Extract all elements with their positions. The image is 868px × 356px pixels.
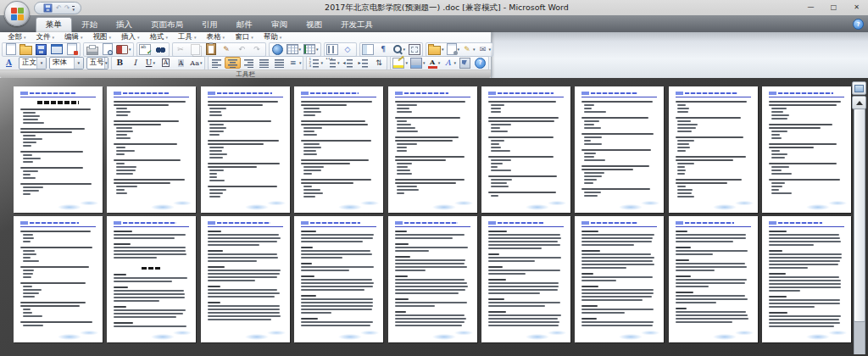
page-thumbnail[interactable] <box>481 86 570 213</box>
decrease-indent-button[interactable] <box>341 57 355 69</box>
tab-review[interactable]: 审阅 <box>262 18 297 32</box>
tab-insert[interactable]: 插入 <box>107 18 142 32</box>
tab-mailings[interactable]: 邮件 <box>227 18 262 32</box>
highlighter-pen-button[interactable]: ✎▾ <box>461 43 476 55</box>
open-folder-button[interactable]: ▾ <box>427 43 445 55</box>
menu-item-view[interactable]: 视图▾ <box>88 32 117 42</box>
highlight-button[interactable]: ▾ <box>392 57 409 69</box>
print-preview-button[interactable] <box>100 43 114 55</box>
insert-table-button[interactable]: ▾ <box>286 43 303 55</box>
menu-item-help[interactable]: 帮助▾ <box>259 32 287 42</box>
align-left-button[interactable] <box>209 57 224 69</box>
fullscreen-button[interactable] <box>407 43 421 55</box>
character-effect-button[interactable]: A▾ <box>442 57 457 69</box>
styles-button[interactable]: A <box>2 57 16 69</box>
undo-button[interactable]: ↶ <box>56 4 62 12</box>
page-thumbnail[interactable] <box>107 216 196 342</box>
email-button[interactable] <box>49 43 64 55</box>
character-shading-button[interactable]: A <box>174 57 188 69</box>
menu-item-edit[interactable]: 编辑▾ <box>59 32 88 42</box>
envelope-button[interactable]: ✉▾ <box>477 43 492 55</box>
underline-button[interactable]: U▾ <box>143 57 158 69</box>
page-thumbnail[interactable] <box>388 216 477 342</box>
show-marks-button[interactable]: ¶ <box>376 43 391 55</box>
copy-button[interactable] <box>189 43 203 55</box>
page-thumbnail[interactable] <box>14 216 103 342</box>
scrollbar-track[interactable] <box>854 108 865 354</box>
save-button[interactable] <box>34 43 48 55</box>
new-document-button[interactable] <box>3 43 18 55</box>
document-map-button[interactable] <box>361 43 376 55</box>
redo-button[interactable]: ↷ <box>250 43 264 55</box>
page-thumbnail[interactable] <box>575 216 664 342</box>
italic-button[interactable]: I <box>128 57 142 69</box>
columns-button[interactable] <box>326 43 340 55</box>
open-button[interactable] <box>19 43 33 55</box>
tab-developer[interactable]: 开发工具 <box>331 18 382 32</box>
style-combo[interactable]: 正文▾ <box>19 57 47 70</box>
align-right-button[interactable] <box>242 57 256 69</box>
page-thumbnail[interactable] <box>669 216 758 342</box>
menu-item-window[interactable]: 窗口▾ <box>230 32 259 42</box>
tab-home[interactable]: 开始 <box>72 18 107 32</box>
sort-button[interactable]: ⇅ <box>371 57 386 69</box>
hyperlink-button[interactable] <box>270 43 285 55</box>
font-combo[interactable]: 宋体▾ <box>49 57 84 70</box>
page-thumbnail[interactable] <box>388 86 477 213</box>
menu-item-table[interactable]: 表格▾ <box>202 32 231 42</box>
tab-view[interactable]: 视图 <box>297 18 331 32</box>
font-color-button[interactable]: ▾ <box>426 57 441 69</box>
asian-layout-button[interactable] <box>458 57 472 69</box>
bullets-button[interactable]: ▾ <box>325 57 341 69</box>
align-center-button[interactable] <box>225 57 241 69</box>
character-border-button[interactable]: A <box>159 57 173 69</box>
cut-button[interactable]: ✂ <box>174 43 188 55</box>
page-thumbnail[interactable] <box>294 216 383 342</box>
drawing-button[interactable]: ◇ <box>341 43 355 55</box>
page-thumbnail[interactable] <box>201 86 290 213</box>
tab-page-layout[interactable]: 页面布局 <box>142 18 192 32</box>
spelling-button[interactable] <box>138 43 153 55</box>
customize-quick-access-button[interactable]: ▾ <box>72 6 75 11</box>
page-thumbnail[interactable] <box>14 86 103 213</box>
page-thumbnail[interactable] <box>201 216 290 342</box>
page-thumbnail[interactable] <box>107 86 196 213</box>
distribute-button[interactable] <box>272 57 287 69</box>
minimize-button[interactable]: — <box>799 0 822 14</box>
page-thumbnail[interactable] <box>575 86 664 213</box>
page-thumbnail[interactable] <box>294 86 383 213</box>
numbering-button[interactable]: ▾ <box>308 57 324 69</box>
maximize-button[interactable]: □ <box>822 0 845 14</box>
menu-item-file[interactable]: 文件▾ <box>31 32 60 42</box>
print-button[interactable] <box>85 43 99 55</box>
save-button[interactable] <box>42 3 53 14</box>
view-ruler-button[interactable] <box>852 81 866 95</box>
format-painter-button[interactable]: ✎ <box>220 43 234 55</box>
redo-button[interactable]: ↷ <box>64 4 70 12</box>
word-help-button[interactable]: ? <box>473 57 487 69</box>
page-thumbnail[interactable] <box>762 86 851 213</box>
research-button[interactable]: ▾ <box>115 43 132 55</box>
increase-indent-button[interactable] <box>356 57 370 69</box>
office-button[interactable] <box>4 1 30 26</box>
justify-button[interactable] <box>257 57 271 69</box>
ribbon-help-button[interactable]: ? <box>853 19 864 30</box>
shading-color-button[interactable]: ▾ <box>409 57 426 69</box>
paste-button[interactable] <box>204 43 219 55</box>
menu-item-tools[interactable]: 工具▾ <box>173 32 202 42</box>
close-button[interactable]: ✕ <box>845 0 868 14</box>
size-combo[interactable]: 五号▾ <box>86 57 108 70</box>
undo-button[interactable]: ↶ <box>235 43 249 55</box>
page-thumbnail[interactable] <box>762 216 851 342</box>
scrollbar-thumb[interactable] <box>854 108 865 322</box>
print-direct-button[interactable] <box>64 43 79 55</box>
change-case-button[interactable]: Aa▾ <box>189 57 203 69</box>
page-thumbnail[interactable] <box>481 216 570 342</box>
tab-references[interactable]: 引用 <box>192 18 227 32</box>
bold-button[interactable]: B <box>113 57 127 69</box>
menu-item-insert[interactable]: 插入▾ <box>116 32 145 42</box>
zoom-button[interactable]: ▾ <box>392 43 407 55</box>
page-thumbnail[interactable] <box>669 86 758 213</box>
find-button[interactable] <box>153 43 168 55</box>
menu-item-format[interactable]: 格式▾ <box>145 32 174 42</box>
